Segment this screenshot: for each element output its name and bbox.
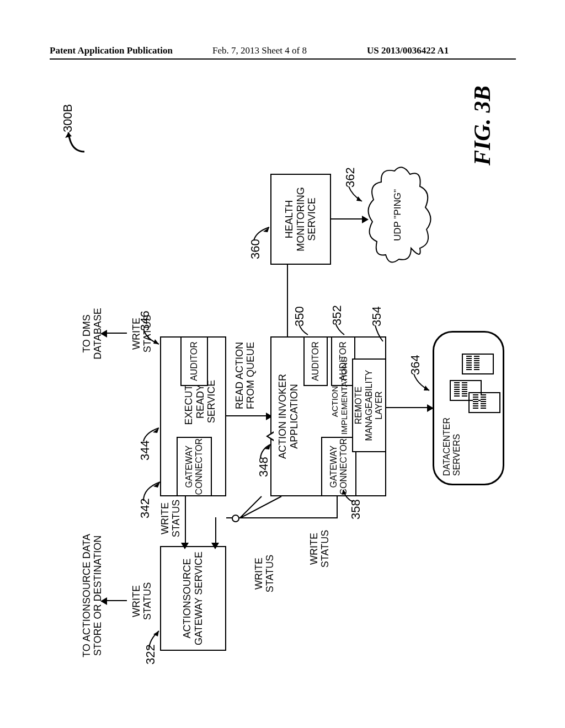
ref-362-lead (348, 185, 364, 203)
server-icon-2 (462, 354, 494, 374)
arrow-ers-to-invoker (226, 415, 269, 416)
ref-344: 344 (138, 440, 152, 461)
ref-342-lead (142, 480, 162, 502)
arrow-dms-up (105, 333, 127, 334)
ref-344-lead (142, 426, 161, 442)
box-health-monitor: HEALTH MONITORING SERVICE (270, 174, 331, 265)
label-udp-ping: UDP "PING" (392, 165, 403, 265)
box-datacenter: DATACENTER SERVERS (433, 331, 504, 485)
ref-364-lead (413, 373, 431, 393)
ref-352-lead (334, 322, 345, 336)
box-remote-layer-354: REMOTE MANAGEABILITY LAYER (352, 358, 386, 452)
ref-350-lead (298, 323, 309, 336)
ref-348: 348 (257, 457, 271, 477)
ref-346-lead (142, 328, 161, 346)
arrowhead-ers-to-asgw (181, 543, 189, 549)
arrowhead-dms-up (100, 330, 107, 338)
ref-348-lead (259, 442, 273, 459)
box-auditor-350: AUDITOR (303, 336, 328, 386)
ref-322-lead (148, 629, 161, 651)
label-action-invoker: ACTION INVOKER APPLICATION (277, 338, 300, 495)
line-health-to-invoker (287, 265, 288, 336)
open-tri-into-invoker (268, 433, 274, 440)
header-left: Patent Application Publication (50, 45, 173, 56)
label-to-actionsource: TO ACTIONSOURCE DATA STORE OR DESTINATIO… (82, 524, 104, 667)
arrow-remote-to-dc (386, 407, 429, 408)
arrowhead-actionsource-up (100, 597, 107, 605)
box-action-invoker: ACTION INVOKER APPLICATION GATEWAY CONNE… (270, 336, 386, 496)
header-center: Feb. 7, 2013 Sheet 4 of 8 (212, 45, 307, 56)
header-rule (50, 58, 516, 60)
ref-364: 364 (408, 355, 423, 375)
arrow-ers-to-asgw (185, 496, 186, 546)
box-gateway-connector-358: GATEWAY CONNECTOR (321, 437, 356, 496)
label-write-status-2: WRITE STATUS (160, 494, 182, 543)
arrowhead-to-asgw-lower (211, 543, 219, 549)
arrow-actionsource-up (105, 600, 127, 601)
arrow-health-to-ping (331, 218, 364, 220)
box-gateway-connector-342: GATEWAY CONNECTOR (177, 437, 212, 496)
ref-300b-arrow (65, 127, 87, 154)
ref-360: 360 (248, 239, 263, 259)
figure-caption: FIG. 3B (469, 85, 495, 165)
box-actionsource-gateway: ACTIONSOURCE GATEWAY SERVICE (160, 546, 226, 651)
ref-358-lead (342, 489, 354, 503)
figure-rotated-area: 300B FIG. 3B TO ACTIONSOURCE DATA STORE … (50, 77, 516, 684)
ref-362: 362 (343, 167, 358, 188)
label-read-action: READ ACTION FROM QUEUE (234, 326, 257, 409)
fork-lines (239, 494, 286, 518)
ref-354: 354 (370, 306, 384, 326)
label-write-status-1: WRITE STATUS (131, 574, 153, 629)
figure-canvas: 300B FIG. 3B TO ACTIONSOURCE DATA STORE … (50, 77, 516, 684)
junction-circle (232, 515, 239, 522)
line-left-horiz-top (215, 517, 216, 546)
label-datacenter: DATACENTER SERVERS (442, 417, 462, 476)
cloud-udp-ping: UDP "PING" (367, 165, 433, 265)
box-auditor-346: AUDITOR (180, 336, 208, 386)
box-execute-ready: GATEWAY CONNECTOR EXECUTE READY SERVICE … (160, 336, 226, 496)
header-right: US 2013/0036422 A1 (367, 45, 449, 56)
label-action-impl: ACTION IMPLEMENTATIONS (330, 368, 349, 435)
ref-360-lead (253, 225, 271, 242)
ref-354-lead (374, 324, 385, 343)
line-from-358 (337, 496, 338, 518)
label-write-status-4: WRITE STATUS (309, 521, 331, 576)
label-write-status-3: WRITE STATUS (254, 546, 276, 601)
server-icon-3 (468, 392, 500, 413)
